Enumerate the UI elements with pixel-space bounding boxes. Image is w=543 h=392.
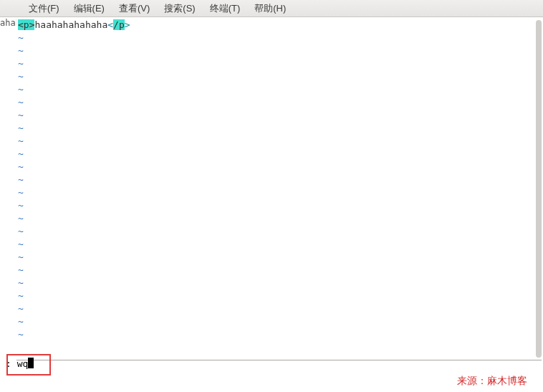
tilde-line: ~: [18, 148, 539, 161]
tilde-line: ~: [18, 83, 539, 96]
tilde-line: ~: [18, 186, 539, 199]
background-tab-fragment: ahah: [0, 17, 16, 29]
tilde-line: ~: [18, 96, 539, 109]
close-tag-name: /p: [113, 19, 125, 30]
tilde-line: ~: [18, 264, 539, 277]
menu-view[interactable]: 查看(V): [112, 0, 157, 17]
editor-border-bottom: [16, 360, 542, 360]
close-tag-gt: >: [125, 19, 130, 30]
tilde-line: ~: [18, 277, 539, 290]
tilde-line: ~: [18, 225, 539, 238]
tilde-line: ~: [18, 251, 539, 264]
tilde-line: ~: [18, 238, 539, 251]
editor-area[interactable]: <p>haahahahahaha</p> ~~~~~~~~~~~~~~~~~~~…: [16, 17, 542, 359]
tilde-line: ~: [18, 173, 539, 186]
menu-file[interactable]: 文件(F): [21, 0, 67, 17]
command-text: wq: [17, 358, 29, 369]
tilde-line: ~: [18, 32, 539, 44]
code-line-1: <p>haahahahahaha</p>: [18, 19, 539, 32]
command-line[interactable]: : wq: [6, 356, 34, 371]
menu-search[interactable]: 搜索(S): [157, 0, 202, 17]
tilde-line: ~: [18, 57, 539, 70]
tilde-line: ~: [18, 199, 539, 212]
menu-terminal[interactable]: 终端(T): [203, 0, 248, 17]
menu-edit[interactable]: 编辑(E): [67, 0, 112, 17]
tilde-line: ~: [18, 212, 539, 225]
tilde-line: ~: [18, 44, 539, 57]
menubar: 文件(F) 编辑(E) 查看(V) 搜索(S) 终端(T) 帮助(H): [0, 0, 543, 17]
open-tag: <p>: [18, 19, 34, 30]
tilde-line: ~: [18, 161, 539, 173]
close-tag-lt: <: [107, 19, 113, 30]
cursor-icon: [28, 358, 34, 368]
tilde-line: ~: [18, 290, 539, 302]
tilde-line: ~: [18, 328, 539, 341]
tilde-line: ~: [18, 70, 539, 83]
menu-help[interactable]: 帮助(H): [247, 0, 293, 17]
scrollbar[interactable]: [536, 20, 542, 358]
tilde-line: ~: [18, 302, 539, 315]
tag-content: haahahahahaha: [34, 19, 107, 30]
command-prefix: :: [6, 358, 11, 369]
tilde-line: ~: [18, 109, 539, 122]
tilde-line: ~: [18, 122, 539, 135]
tilde-line: ~: [18, 315, 539, 328]
tilde-lines: ~~~~~~~~~~~~~~~~~~~~~~~~: [18, 32, 539, 341]
attribution-text: 来源：麻木博客: [457, 375, 527, 388]
tilde-line: ~: [18, 135, 539, 148]
